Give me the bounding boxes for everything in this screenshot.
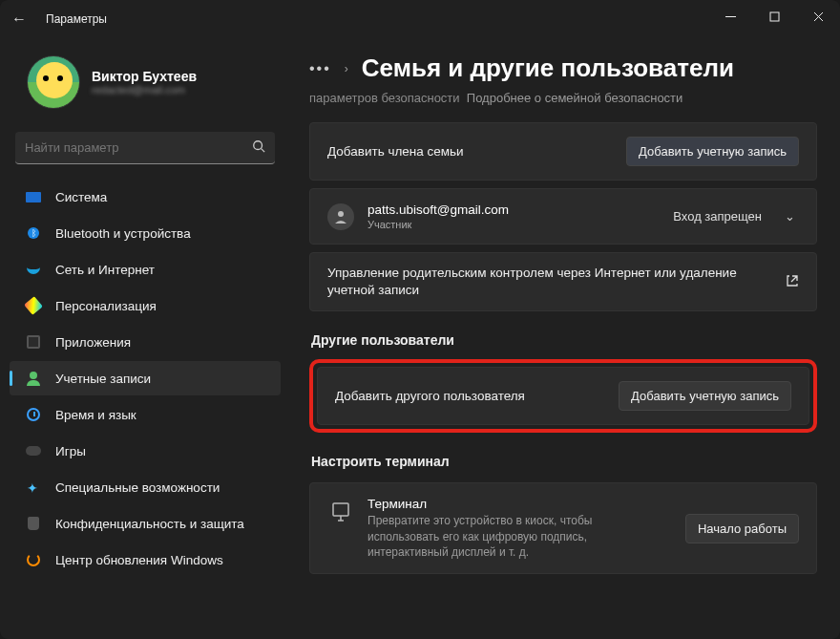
- kiosk-description: Превратите это устройство в киоск, чтобы…: [368, 513, 663, 560]
- nav-accounts[interactable]: Учетные записи: [10, 361, 281, 395]
- add-family-account-button[interactable]: Добавить учетную запись: [626, 137, 799, 166]
- nav-label: Центр обновления Windows: [55, 553, 223, 567]
- add-other-label: Добавить другого пользователя: [335, 389, 605, 403]
- nav-label: Система: [55, 190, 107, 204]
- nav-accessibility[interactable]: Специальные возможности: [10, 470, 281, 504]
- truncated-intro: параметров безопасности Подробнее о семе…: [309, 91, 817, 105]
- other-users-heading: Другие пользователи: [309, 332, 817, 348]
- nav-label: Персонализация: [55, 299, 157, 313]
- kiosk-heading: Настроить терминал: [309, 454, 817, 469]
- bluetooth-icon: ᛒ: [25, 224, 42, 242]
- nav-label: Время и язык: [55, 408, 136, 422]
- nav-label: Сеть и Интернет: [55, 263, 155, 277]
- window-title: Параметры: [46, 12, 107, 26]
- nav-system[interactable]: Система: [10, 180, 281, 214]
- nav-apps[interactable]: Приложения: [10, 325, 281, 359]
- avatar: [27, 55, 80, 109]
- search-icon: [252, 139, 265, 156]
- kiosk-start-button[interactable]: Начало работы: [685, 514, 799, 543]
- back-button[interactable]: ←: [0, 11, 38, 28]
- nav-time[interactable]: Время и язык: [10, 397, 281, 432]
- kiosk-icon: [327, 499, 354, 525]
- nav-personalization[interactable]: Персонализация: [10, 288, 281, 323]
- clock-icon: [25, 406, 42, 423]
- svg-point-2: [338, 211, 344, 217]
- svg-rect-0: [770, 12, 779, 21]
- nav-update[interactable]: Центр обновления Windows: [10, 543, 281, 577]
- nav-privacy[interactable]: Конфиденциальность и защита: [10, 506, 281, 541]
- search-input[interactable]: [25, 140, 252, 155]
- update-icon: [25, 551, 42, 568]
- nav-label: Приложения: [55, 335, 131, 350]
- chevron-right-icon: ›: [345, 62, 348, 75]
- nav-bluetooth[interactable]: ᛒBluetooth и устройства: [10, 216, 281, 250]
- wifi-icon: [25, 261, 42, 278]
- kiosk-title: Терминал: [368, 497, 672, 511]
- add-other-user-card: Добавить другого пользователя Добавить у…: [317, 367, 809, 425]
- accessibility-icon: [25, 479, 42, 496]
- add-family-label: Добавить члена семьи: [327, 144, 613, 159]
- manage-parental-card[interactable]: Управление родительским контролем через …: [309, 252, 817, 311]
- apps-icon: [25, 333, 42, 351]
- close-button[interactable]: [796, 0, 840, 32]
- nav-games[interactable]: Игры: [10, 434, 281, 468]
- nav-label: Bluetooth и устройства: [55, 226, 191, 241]
- member-status: Вход запрещен: [673, 209, 762, 224]
- highlight-annotation: Добавить другого пользователя Добавить у…: [309, 359, 817, 433]
- learn-more-link[interactable]: Подробнее о семейной безопасности: [467, 91, 683, 105]
- nav-label: Конфиденциальность и защита: [55, 517, 244, 531]
- shield-icon: [25, 515, 42, 532]
- external-link-icon[interactable]: [786, 274, 799, 290]
- kiosk-card: Терминал Превратите это устройство в кио…: [309, 482, 817, 574]
- add-family-card: Добавить члена семьи Добавить учетную за…: [309, 122, 817, 181]
- member-role: Участник: [368, 219, 660, 230]
- maximize-button[interactable]: [752, 0, 796, 32]
- user-icon: [327, 203, 354, 230]
- nav-label: Игры: [55, 444, 86, 458]
- gamepad-icon: [25, 442, 42, 459]
- minimize-button[interactable]: [708, 0, 752, 32]
- svg-rect-3: [333, 503, 348, 516]
- profile-block[interactable]: Виктор Бухтеев redacted@mail.com: [10, 48, 281, 124]
- family-member-row[interactable]: patts.ubisoft@gmail.com Участник Вход за…: [309, 188, 817, 245]
- page-heading: Семья и другие пользователи: [362, 53, 734, 83]
- breadcrumb-overflow[interactable]: •••: [309, 60, 331, 77]
- add-other-account-button[interactable]: Добавить учетную запись: [619, 381, 791, 411]
- search-box[interactable]: [15, 132, 275, 164]
- chevron-down-icon[interactable]: ⌄: [781, 205, 799, 227]
- nav-label: Учетные записи: [55, 372, 151, 386]
- profile-name: Виктор Бухтеев: [92, 69, 197, 84]
- system-icon: [25, 188, 42, 205]
- svg-point-1: [254, 141, 262, 150]
- profile-email: redacted@mail.com: [92, 84, 197, 96]
- brush-icon: [25, 297, 42, 314]
- nav-network[interactable]: Сеть и Интернет: [10, 252, 281, 287]
- manage-parental-label: Управление родительским контролем через …: [327, 265, 772, 299]
- person-icon: [25, 370, 42, 387]
- nav-label: Специальные возможности: [55, 480, 220, 495]
- member-email: patts.ubisoft@gmail.com: [368, 202, 660, 217]
